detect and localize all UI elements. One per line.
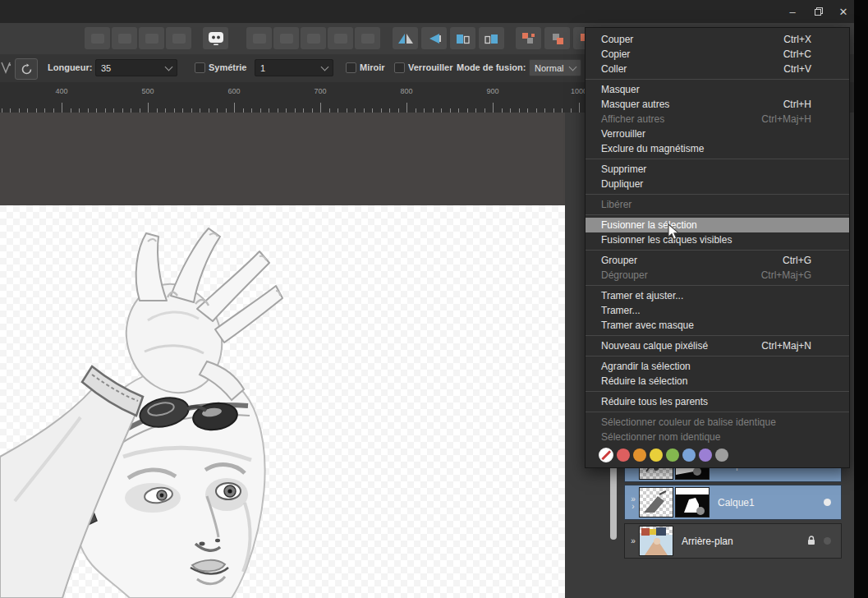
tool-button[interactable] xyxy=(355,27,380,49)
menu-item-copier[interactable]: CopierCtrl+C xyxy=(586,47,849,62)
ruler-major-tick xyxy=(579,103,580,113)
tag-color-orange[interactable] xyxy=(633,448,646,462)
menu-item-tramer-et-ajuster[interactable]: Tramer et ajuster... xyxy=(586,288,849,303)
menu-item-nouveau-calque-pixelise[interactable]: Nouveau calque pixéliséCtrl+Maj+N xyxy=(586,338,849,353)
assistant-button[interactable] xyxy=(203,27,228,49)
tool-button[interactable] xyxy=(273,27,299,49)
menu-item-reduire-tous-les-parents[interactable]: Réduire tous les parents xyxy=(586,394,849,409)
tool-button[interactable] xyxy=(246,27,272,49)
mirror-checkbox[interactable] xyxy=(346,62,356,73)
ruler-label: 500 xyxy=(133,87,163,95)
menu-item-couper[interactable]: CouperCtrl+X xyxy=(586,32,849,47)
menu-item-label: Exclure du magnétisme xyxy=(601,141,704,156)
lock-checkbox[interactable] xyxy=(394,62,405,73)
ruler-major-tick xyxy=(62,103,62,113)
menu-separator xyxy=(586,356,849,356)
tool-button[interactable] xyxy=(85,27,110,49)
layer-name: Calque1 xyxy=(718,497,755,508)
symmetry-label: Symétrie xyxy=(209,62,246,72)
tool-button[interactable] xyxy=(301,27,326,49)
restore-button[interactable] xyxy=(808,3,829,20)
symmetry-checkbox[interactable] xyxy=(195,62,205,73)
menu-item-label: Couper xyxy=(601,32,633,47)
menu-item-tramer-avec-masque[interactable]: Tramer avec masque xyxy=(586,318,849,333)
blend-mode-value: Normal xyxy=(535,63,565,73)
menu-item-dupliquer[interactable]: Dupliquer xyxy=(586,177,849,191)
minimize-button[interactable]: – xyxy=(782,3,803,20)
brush-partial-icon xyxy=(0,61,11,76)
menu-item-fusionner-les-calques-visibles[interactable]: Fusionner les calques visibles xyxy=(586,232,849,247)
tag-color-green[interactable] xyxy=(666,448,679,462)
menu-item-supprimer[interactable]: Supprimer xyxy=(586,162,849,177)
tool-button[interactable] xyxy=(139,27,164,49)
reset-rotation-button[interactable] xyxy=(15,58,38,80)
menu-item-shortcut: Ctrl+G xyxy=(783,253,838,268)
rotate-right-button[interactable] xyxy=(479,27,504,49)
menu-item-label: Fusionner les calques visibles xyxy=(601,232,732,247)
visibility-toggle[interactable] xyxy=(824,499,831,506)
menu-item-reduire-la-selection[interactable]: Réduire la sélection xyxy=(586,374,849,389)
symmetry-count-dropdown[interactable]: 1 xyxy=(255,59,333,76)
menu-item-label: Grouper xyxy=(601,253,637,268)
tag-color-purple[interactable] xyxy=(699,448,712,462)
length-dropdown[interactable]: 35 xyxy=(95,59,177,76)
length-value: 35 xyxy=(101,63,161,73)
menu-item-agrandir-la-selection[interactable]: Agrandir la sélection xyxy=(586,359,849,374)
menu-item-label: Agrandir la sélection xyxy=(601,359,691,374)
menu-item-verrouiller[interactable]: Verrouiller xyxy=(586,126,849,141)
tool-button[interactable] xyxy=(112,27,137,49)
tag-color-blue[interactable] xyxy=(682,448,696,462)
menu-item-grouper[interactable]: GrouperCtrl+G xyxy=(586,253,849,268)
tool-button[interactable] xyxy=(328,27,353,49)
menu-separator xyxy=(586,214,849,215)
menu-item-label: Réduire la sélection xyxy=(601,374,687,389)
menu-item-masquer-autres[interactable]: Masquer autresCtrl+H xyxy=(586,97,849,112)
blend-mode-dropdown[interactable]: Normal xyxy=(529,59,581,76)
move-backward-button[interactable] xyxy=(544,27,570,49)
menu-item-label: Coller xyxy=(601,62,627,76)
layer-expander-icon[interactable]: »› xyxy=(627,495,639,510)
menu-item-tramer[interactable]: Tramer... xyxy=(586,303,849,318)
ruler-label: 600 xyxy=(219,87,249,95)
layer-row-arriere-plan[interactable]: »Arrière-plan xyxy=(624,523,842,559)
menu-item-masquer[interactable]: Masquer xyxy=(586,82,849,97)
menu-separator xyxy=(586,335,849,336)
visibility-toggle[interactable] xyxy=(824,537,831,545)
menu-item-shortcut: Ctrl+Maj+N xyxy=(761,338,838,353)
affinity-photo-window: – ✕ xyxy=(0,0,868,598)
rotate-left-button[interactable] xyxy=(450,27,475,49)
restore-icon xyxy=(814,7,824,16)
move-forward-button[interactable] xyxy=(516,27,541,49)
layer-row-calque1[interactable]: »›Calque1 xyxy=(624,485,842,520)
menu-separator xyxy=(586,412,849,412)
tag-color-red[interactable] xyxy=(617,448,630,462)
ruler-major-tick xyxy=(320,103,321,113)
menu-item-fusionner-la-selection[interactable]: Fusionner la sélection xyxy=(586,218,849,232)
layer-mask-thumbnail[interactable] xyxy=(675,487,710,518)
menu-item-exclure-du-magnetisme[interactable]: Exclure du magnétisme xyxy=(586,141,849,156)
menu-item-coller[interactable]: CollerCtrl+V xyxy=(586,62,849,76)
menu-item-label: Afficher autres xyxy=(601,112,664,126)
flip-vertical-button[interactable] xyxy=(421,27,447,49)
mirror-label: Miroir xyxy=(360,62,385,72)
menu-item-liberer: Libérer xyxy=(586,197,849,212)
tag-color-yellow[interactable] xyxy=(650,448,663,462)
flip-vertical-icon xyxy=(427,32,442,45)
chevron-down-icon xyxy=(165,62,173,71)
layers-scrollbar[interactable] xyxy=(610,464,617,540)
menu-item-label: Tramer et ajuster... xyxy=(601,288,683,303)
close-button[interactable]: ✕ xyxy=(833,3,854,20)
layer-thumbnail[interactable] xyxy=(639,526,673,556)
tag-color-gray[interactable] xyxy=(715,448,728,462)
menu-item-shortcut: Ctrl+V xyxy=(783,62,838,76)
layer-name: Arrière-plan xyxy=(682,536,733,547)
document-canvas[interactable]: ARCH xyxy=(0,205,565,598)
layer-thumbnail[interactable] xyxy=(639,487,673,518)
menu-item-label: Masquer autres xyxy=(601,97,669,112)
flip-horizontal-button[interactable] xyxy=(393,27,418,49)
menu-item-shortcut: Ctrl+Maj+G xyxy=(761,268,838,283)
tool-button[interactable] xyxy=(166,27,191,49)
menu-item-label: Libérer xyxy=(601,197,631,212)
layer-expander-icon[interactable]: » xyxy=(627,537,639,545)
tag-color-no-color[interactable] xyxy=(599,448,613,462)
